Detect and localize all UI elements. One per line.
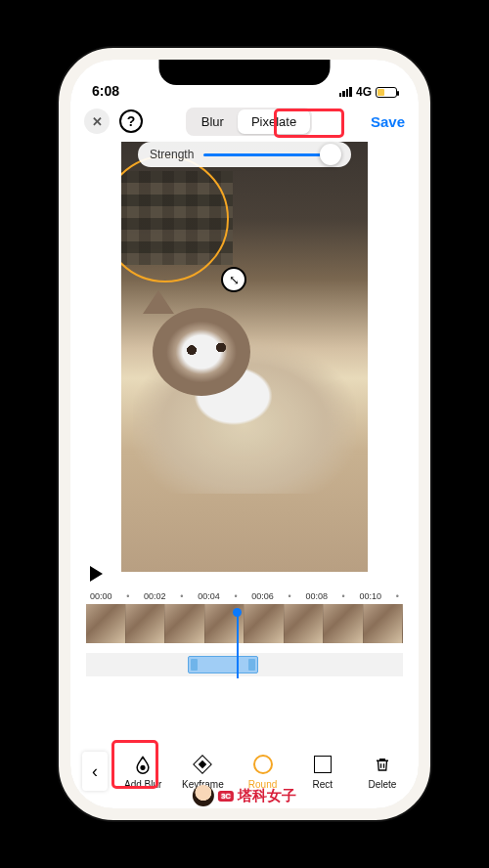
toolbar-back-button[interactable]: ‹	[82, 752, 108, 791]
signal-icon	[339, 87, 352, 97]
tool-label: Delete	[368, 779, 396, 790]
battery-icon	[376, 87, 397, 98]
rect-icon	[311, 753, 334, 776]
droplet-icon	[131, 753, 155, 776]
video-preview[interactable]: ⤡	[121, 142, 368, 572]
watermark-avatar-icon	[193, 785, 214, 806]
screen: 6:08 4G ✕ ? Blur Pixelate Save ⤡ Strengt…	[70, 60, 419, 808]
close-button[interactable]: ✕	[84, 108, 110, 134]
svg-point-0	[141, 766, 145, 770]
tool-label: Rect	[312, 779, 333, 790]
status-right: 4G	[339, 85, 397, 99]
strength-slider[interactable]	[203, 153, 339, 156]
help-button[interactable]: ?	[119, 109, 143, 133]
segment-blur[interactable]: Blur	[188, 109, 238, 134]
time-label: 00:00	[90, 591, 112, 601]
time-ruler: 00:00• 00:02• 00:04• 00:06• 00:08• 00:10…	[86, 591, 403, 604]
rect-button[interactable]: Rect	[298, 753, 347, 790]
time-label: 00:04	[198, 591, 220, 601]
trash-icon	[371, 753, 394, 776]
play-button[interactable]	[90, 566, 103, 582]
effect-segmented-control: Blur Pixelate	[186, 108, 312, 136]
blur-clip[interactable]	[188, 656, 258, 673]
strength-label: Strength	[150, 148, 194, 161]
add-blur-button[interactable]: Add Blur	[118, 753, 167, 790]
thumbnail-strip[interactable]	[86, 604, 403, 643]
watermark-badge: 3C	[218, 791, 234, 802]
network-label: 4G	[356, 85, 372, 99]
resize-handle-icon[interactable]: ⤡	[221, 267, 246, 292]
time-label: 00:06	[251, 591, 274, 601]
keyframe-icon	[191, 753, 214, 776]
timeline: 00:00• 00:02• 00:04• 00:06• 00:08• 00:10…	[86, 591, 403, 676]
watermark-text: 塔科女子	[238, 787, 296, 805]
time-label: 00:02	[144, 591, 166, 601]
top-bar: ✕ ? Blur Pixelate Save	[70, 101, 419, 142]
phone-frame: 6:08 4G ✕ ? Blur Pixelate Save ⤡ Strengt…	[59, 48, 430, 820]
time-label: 00:10	[359, 591, 381, 601]
save-button[interactable]: Save	[355, 113, 405, 130]
delete-button[interactable]: Delete	[358, 753, 407, 790]
playhead[interactable]	[237, 612, 239, 678]
round-icon	[251, 753, 275, 776]
effect-track[interactable]	[86, 653, 403, 676]
status-time: 6:08	[92, 83, 119, 99]
tool-label: Add Blur	[124, 779, 161, 790]
strength-panel: Strength	[138, 142, 351, 167]
time-label: 00:08	[305, 591, 328, 601]
slider-thumb[interactable]	[320, 144, 341, 165]
watermark: 3C 塔科女子	[193, 785, 296, 806]
segment-pixelate[interactable]: Pixelate	[238, 109, 310, 134]
video-content	[133, 298, 356, 494]
notch	[159, 60, 331, 85]
